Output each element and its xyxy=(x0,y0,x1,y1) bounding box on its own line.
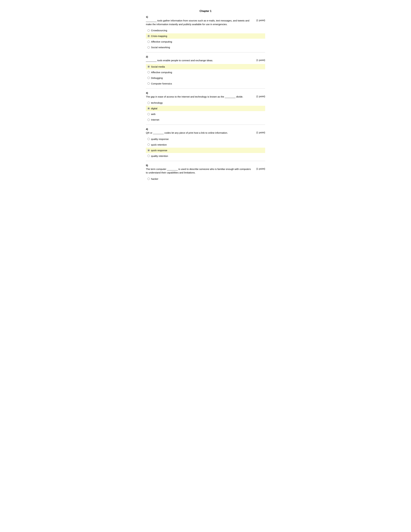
option-item-1-3[interactable]: Affective computing xyxy=(146,39,265,44)
radio-4-2[interactable] xyxy=(148,143,150,146)
question-points-5: (1 point) xyxy=(256,167,265,170)
radio-3-1[interactable] xyxy=(148,102,150,104)
option-item-2-3[interactable]: Debugging xyxy=(146,75,265,81)
options-list-2: Social mediaAffective computingDebugging… xyxy=(146,64,265,86)
question-number-5: 5) xyxy=(146,164,265,167)
option-label-4-3: quick response xyxy=(151,149,167,152)
radio-1-1[interactable] xyxy=(148,29,150,32)
question-row-2: ________ tools enable people to connect … xyxy=(146,59,265,62)
option-label-4-1: quality response xyxy=(151,137,168,141)
question-row-3: The gap in ease of access to the Interne… xyxy=(146,95,265,99)
question-block-3: 3)The gap in ease of access to the Inter… xyxy=(146,92,265,125)
question-text-4: QR or ________ codes let any piece of pr… xyxy=(146,131,253,135)
option-item-3-4[interactable]: Internet xyxy=(146,117,265,122)
question-block-2: 2)________ tools enable people to connec… xyxy=(146,55,265,89)
radio-4-3[interactable] xyxy=(148,149,150,151)
option-item-3-3[interactable]: web xyxy=(146,111,265,117)
question-text-5: The term computer ________ is used to de… xyxy=(146,167,253,175)
question-points-1: (1 point) xyxy=(256,19,265,22)
question-number-4: 4) xyxy=(146,128,265,130)
divider-2 xyxy=(146,88,265,89)
option-label-3-3: web xyxy=(151,112,156,116)
radio-1-4[interactable] xyxy=(148,46,150,48)
radio-4-4[interactable] xyxy=(148,155,150,157)
radio-2-2[interactable] xyxy=(148,71,150,73)
question-block-5: 5)The term computer ________ is used to … xyxy=(146,164,265,181)
radio-3-4[interactable] xyxy=(148,119,150,121)
option-item-3-2[interactable]: digital xyxy=(146,106,265,111)
option-item-1-4[interactable]: Social networking xyxy=(146,45,265,50)
option-label-2-2: Affective computing xyxy=(151,71,172,74)
option-label-2-4: Computer forensics xyxy=(151,82,172,85)
divider-4 xyxy=(146,161,265,161)
question-text-2: ________ tools enable people to connect … xyxy=(146,59,253,62)
radio-3-3[interactable] xyxy=(148,113,150,115)
question-text-3: The gap in ease of access to the Interne… xyxy=(146,95,253,99)
option-item-4-2[interactable]: quick retention xyxy=(146,142,265,147)
option-label-1-2: Crisis-mapping xyxy=(151,34,167,38)
radio-3-2[interactable] xyxy=(148,107,150,110)
option-item-2-2[interactable]: Affective computing xyxy=(146,70,265,75)
question-row-4: QR or ________ codes let any piece of pr… xyxy=(146,131,265,135)
option-label-1-4: Social networking xyxy=(151,46,170,49)
question-number-2: 2) xyxy=(146,55,265,58)
option-label-4-4: quality retention xyxy=(151,154,168,158)
question-points-3: (1 point) xyxy=(256,95,265,98)
divider-1 xyxy=(146,52,265,52)
option-label-2-1: Social media xyxy=(151,65,165,68)
option-item-4-3[interactable]: quick response xyxy=(146,148,265,153)
option-label-3-4: Internet xyxy=(151,118,159,121)
option-label-4-2: quick retention xyxy=(151,143,167,146)
options-list-3: technologydigitalwebInternet xyxy=(146,100,265,122)
question-row-1: ________ tools gather information from s… xyxy=(146,19,265,26)
radio-1-3[interactable] xyxy=(148,41,150,43)
option-label-1-1: Crowdsourcing xyxy=(151,29,167,32)
option-item-4-1[interactable]: quality response xyxy=(146,136,265,142)
question-block-4: 4)QR or ________ codes let any piece of … xyxy=(146,128,265,161)
options-list-5: hacker xyxy=(146,176,265,181)
option-item-2-4[interactable]: Computer forensics xyxy=(146,81,265,86)
option-item-5-1[interactable]: hacker xyxy=(146,176,265,181)
option-item-2-1[interactable]: Social media xyxy=(146,64,265,69)
question-text-1: ________ tools gather information from s… xyxy=(146,19,253,26)
option-label-2-3: Debugging xyxy=(151,76,163,80)
options-list-1: CrowdsourcingCrisis-mappingAffective com… xyxy=(146,28,265,50)
question-points-4: (1 point) xyxy=(256,131,265,134)
radio-2-1[interactable] xyxy=(148,66,150,68)
question-row-5: The term computer ________ is used to de… xyxy=(146,167,265,175)
radio-2-3[interactable] xyxy=(148,77,150,79)
radio-5-1[interactable] xyxy=(148,178,150,180)
options-list-4: quality responsequick retentionquick res… xyxy=(146,136,265,159)
option-label-3-2: digital xyxy=(151,107,157,110)
option-item-1-2[interactable]: Crisis-mapping xyxy=(146,33,265,39)
option-label-1-3: Affective computing xyxy=(151,40,172,43)
question-number-1: 1) xyxy=(146,16,265,18)
option-label-3-1: technology xyxy=(151,101,163,104)
radio-4-1[interactable] xyxy=(148,138,150,140)
option-item-3-1[interactable]: technology xyxy=(146,100,265,105)
radio-1-2[interactable] xyxy=(148,35,150,37)
option-label-5-1: hacker xyxy=(151,177,158,180)
page-title: Chapter 1 xyxy=(146,10,265,13)
option-item-4-4[interactable]: quality retention xyxy=(146,153,265,159)
question-block-1: 1)________ tools gather information from… xyxy=(146,16,265,52)
option-item-1-1[interactable]: Crowdsourcing xyxy=(146,28,265,33)
question-number-3: 3) xyxy=(146,92,265,94)
radio-2-4[interactable] xyxy=(148,82,150,85)
question-points-2: (1 point) xyxy=(256,59,265,61)
